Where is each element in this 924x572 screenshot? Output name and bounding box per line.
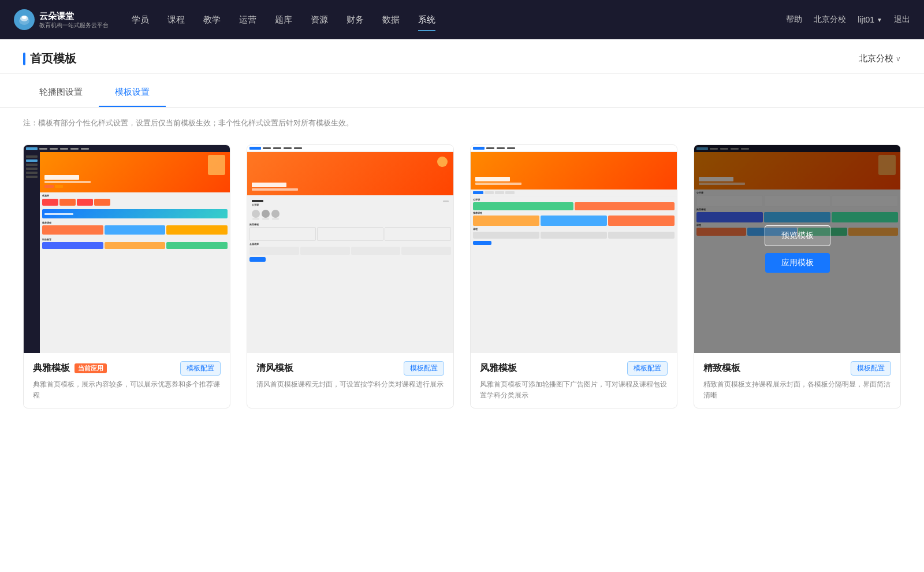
page-header: 首页模板 北京分校 ∨ xyxy=(0,39,924,74)
nav-xueyuan[interactable]: 学员 xyxy=(132,11,149,29)
template-preview-jingzhi: 公开课 推荐课程 课程 xyxy=(694,145,900,353)
branch-link[interactable]: 北京分校 xyxy=(814,14,846,25)
logo-icon xyxy=(14,9,35,30)
template-desc-jingzhi: 精致首页模板支持课程展示封面，各模板分隔明显，界面简洁清晰 xyxy=(703,379,891,401)
nav-caiwu[interactable]: 财务 xyxy=(346,11,364,29)
template-footer-dianyi: 典雅模板 当前应用 模板配置 典雅首页模板，展示内容较多，可以展示优惠券和多个推… xyxy=(24,353,230,408)
branch-dropdown-arrow: ∨ xyxy=(896,55,901,63)
tab-template[interactable]: 模板设置 xyxy=(99,79,166,107)
template-card-fengya[interactable]: 公开课 推荐课程 课程 xyxy=(470,144,677,408)
nav-jiaoxue[interactable]: 教学 xyxy=(203,11,221,29)
templates-grid: 优惠券 xyxy=(0,128,924,432)
tabs-bar: 轮播图设置 模板设置 xyxy=(0,79,924,107)
title-bar-decoration xyxy=(23,53,25,65)
note-text: 注：模板有部分个性化样式设置，设置后仅当前模板生效；非个性化样式设置后针对所有模… xyxy=(0,107,924,128)
template-desc-qingfeng: 清风首页模板课程无封面，可设置按学科分类对课程进行展示 xyxy=(256,379,444,390)
logo-text: 云朵课堂 教育机构一站式服务云平台 xyxy=(39,10,109,29)
nav-tiku[interactable]: 题库 xyxy=(275,11,292,29)
svg-point-2 xyxy=(22,16,27,19)
template-name-qingfeng: 清风模板 xyxy=(256,362,293,374)
template-name-fengya: 风雅模板 xyxy=(480,362,517,374)
nav-kecheng[interactable]: 课程 xyxy=(167,11,185,29)
preview-btn-jingzhi[interactable]: 预览模板 xyxy=(765,225,830,246)
nav-right: 帮助 北京分校 lijt01 ▼ 退出 xyxy=(786,14,910,25)
template-card-dianyi[interactable]: 优惠券 xyxy=(23,144,230,408)
template-footer-qingfeng: 清风模板 模板配置 清风首页模板课程无封面，可设置按学科分类对课程进行展示 xyxy=(247,353,453,397)
config-btn-dianyi[interactable]: 模板配置 xyxy=(180,361,221,376)
user-menu[interactable]: lijt01 ▼ xyxy=(858,15,882,24)
tab-carousel[interactable]: 轮播图设置 xyxy=(23,79,99,107)
page-title: 首页模板 xyxy=(23,51,76,66)
template-preview-dianyi: 优惠券 xyxy=(24,145,230,353)
template-preview-fengya: 公开课 推荐课程 课程 xyxy=(471,145,677,353)
nav-shuju[interactable]: 数据 xyxy=(382,11,400,29)
nav-ziyuan[interactable]: 资源 xyxy=(311,11,328,29)
template-footer-fengya: 风雅模板 模板配置 风雅首页模板可添加轮播图下广告图片，可对课程及课程包设置学科… xyxy=(471,353,677,408)
logo[interactable]: 云朵课堂 教育机构一站式服务云平台 xyxy=(14,9,109,30)
config-btn-qingfeng[interactable]: 模板配置 xyxy=(404,361,444,376)
template-footer-jingzhi: 精致模板 模板配置 精致首页模板支持课程展示封面，各模板分隔明显，界面简洁清晰 xyxy=(694,353,900,408)
template-overlay-btns-jingzhi: 预览模板 应用模板 xyxy=(765,225,830,273)
template-name-dianyi: 典雅模板 当前应用 xyxy=(33,362,107,374)
template-card-qingfeng[interactable]: 公开课 xyxy=(247,144,454,408)
nav-menu: 学员 课程 教学 运营 题库 资源 财务 数据 系统 xyxy=(132,11,786,29)
template-preview-qingfeng: 公开课 xyxy=(247,145,453,353)
config-btn-fengya[interactable]: 模板配置 xyxy=(627,361,668,376)
page-content: 首页模板 北京分校 ∨ 轮播图设置 模板设置 注：模板有部分个性化样式设置，设置… xyxy=(0,39,924,572)
nav-xitong[interactable]: 系统 xyxy=(418,11,435,29)
help-link[interactable]: 帮助 xyxy=(786,14,802,25)
template-card-jingzhi[interactable]: 公开课 推荐课程 课程 xyxy=(694,144,901,408)
apply-btn-jingzhi[interactable]: 应用模板 xyxy=(765,253,830,273)
branch-selector[interactable]: 北京分校 ∨ xyxy=(859,53,901,64)
current-badge-dianyi: 当前应用 xyxy=(74,363,107,373)
config-btn-jingzhi[interactable]: 模板配置 xyxy=(851,361,891,376)
template-desc-dianyi: 典雅首页模板，展示内容较多，可以展示优惠券和多个推荐课程 xyxy=(33,379,221,401)
logout-link[interactable]: 退出 xyxy=(894,14,910,25)
navbar: 云朵课堂 教育机构一站式服务云平台 学员 课程 教学 运营 题库 资源 财务 数… xyxy=(0,0,924,39)
template-name-jingzhi: 精致模板 xyxy=(703,362,740,374)
nav-yunying[interactable]: 运营 xyxy=(239,11,256,29)
user-dropdown-arrow: ▼ xyxy=(877,17,882,23)
template-desc-fengya: 风雅首页模板可添加轮播图下广告图片，可对课程及课程包设置学科分类展示 xyxy=(480,379,668,401)
